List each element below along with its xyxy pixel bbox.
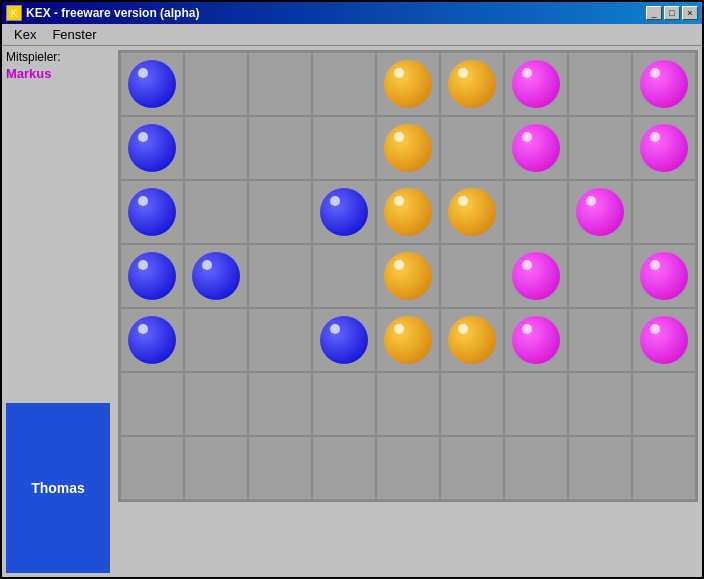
menu-kex[interactable]: Kex (6, 25, 44, 44)
cell-r5-c2[interactable] (184, 308, 248, 372)
ball-magenta-r2-c9[interactable] (640, 124, 688, 172)
ball-blue-r2-c1[interactable] (128, 124, 176, 172)
cell-r6-c5[interactable] (376, 372, 440, 436)
ball-magenta-r5-c7[interactable] (512, 316, 560, 364)
minimize-button[interactable]: _ (646, 6, 662, 20)
cell-r3-c3[interactable] (248, 180, 312, 244)
cell-r3-c1[interactable] (120, 180, 184, 244)
cell-r4-c6[interactable] (440, 244, 504, 308)
ball-magenta-r1-c7[interactable] (512, 60, 560, 108)
ball-orange-r5-c6[interactable] (448, 316, 496, 364)
cell-r2-c4[interactable] (312, 116, 376, 180)
ball-orange-r1-c6[interactable] (448, 60, 496, 108)
cell-r4-c5[interactable] (376, 244, 440, 308)
cell-r2-c1[interactable] (120, 116, 184, 180)
ball-orange-r3-c5[interactable] (384, 188, 432, 236)
ball-magenta-r4-c7[interactable] (512, 252, 560, 300)
cell-r1-c8[interactable] (568, 52, 632, 116)
cell-r4-c2[interactable] (184, 244, 248, 308)
ball-orange-r1-c5[interactable] (384, 60, 432, 108)
cell-r6-c3[interactable] (248, 372, 312, 436)
cell-r5-c9[interactable] (632, 308, 696, 372)
cell-r5-c8[interactable] (568, 308, 632, 372)
cell-r2-c9[interactable] (632, 116, 696, 180)
cell-r3-c6[interactable] (440, 180, 504, 244)
cell-r6-c1[interactable] (120, 372, 184, 436)
cell-r6-c8[interactable] (568, 372, 632, 436)
cell-r4-c8[interactable] (568, 244, 632, 308)
ball-magenta-r2-c7[interactable] (512, 124, 560, 172)
cell-r3-c2[interactable] (184, 180, 248, 244)
cell-r4-c3[interactable] (248, 244, 312, 308)
cell-r2-c3[interactable] (248, 116, 312, 180)
cell-r1-c3[interactable] (248, 52, 312, 116)
cell-r5-c6[interactable] (440, 308, 504, 372)
ball-orange-r3-c6[interactable] (448, 188, 496, 236)
ball-blue-r3-c1[interactable] (128, 188, 176, 236)
maximize-button[interactable]: □ (664, 6, 680, 20)
cell-r1-c9[interactable] (632, 52, 696, 116)
cell-r7-c7[interactable] (504, 436, 568, 500)
grid-area (114, 46, 702, 577)
cell-r7-c3[interactable] (248, 436, 312, 500)
cell-r2-c6[interactable] (440, 116, 504, 180)
ball-blue-r1-c1[interactable] (128, 60, 176, 108)
cell-r1-c1[interactable] (120, 52, 184, 116)
ball-orange-r4-c5[interactable] (384, 252, 432, 300)
cell-r2-c8[interactable] (568, 116, 632, 180)
player-thomas-button[interactable]: Thomas (6, 403, 110, 573)
cell-r5-c7[interactable] (504, 308, 568, 372)
cell-r6-c7[interactable] (504, 372, 568, 436)
cell-r6-c2[interactable] (184, 372, 248, 436)
cell-r2-c2[interactable] (184, 116, 248, 180)
cell-r6-c9[interactable] (632, 372, 696, 436)
cell-r7-c4[interactable] (312, 436, 376, 500)
ball-blue-r5-c1[interactable] (128, 316, 176, 364)
cell-r1-c6[interactable] (440, 52, 504, 116)
cell-r4-c7[interactable] (504, 244, 568, 308)
window-title: KEX - freeware version (alpha) (26, 6, 199, 20)
cell-r6-c4[interactable] (312, 372, 376, 436)
ball-blue-r4-c2[interactable] (192, 252, 240, 300)
cell-r2-c7[interactable] (504, 116, 568, 180)
cell-r3-c9[interactable] (632, 180, 696, 244)
cell-r7-c5[interactable] (376, 436, 440, 500)
ball-blue-r3-c4[interactable] (320, 188, 368, 236)
cell-r1-c2[interactable] (184, 52, 248, 116)
cell-r7-c1[interactable] (120, 436, 184, 500)
menu-fenster[interactable]: Fenster (44, 25, 104, 44)
ball-magenta-r1-c9[interactable] (640, 60, 688, 108)
ball-magenta-r4-c9[interactable] (640, 252, 688, 300)
cell-r5-c4[interactable] (312, 308, 376, 372)
cell-r2-c5[interactable] (376, 116, 440, 180)
cell-r3-c4[interactable] (312, 180, 376, 244)
cell-r1-c7[interactable] (504, 52, 568, 116)
ball-blue-r4-c1[interactable] (128, 252, 176, 300)
opponent-name: Markus (6, 66, 110, 81)
ball-orange-r5-c5[interactable] (384, 316, 432, 364)
ball-magenta-r3-c8[interactable] (576, 188, 624, 236)
cell-r7-c2[interactable] (184, 436, 248, 500)
cell-r5-c5[interactable] (376, 308, 440, 372)
ball-blue-r5-c4[interactable] (320, 316, 368, 364)
cell-r4-c4[interactable] (312, 244, 376, 308)
cell-r7-c6[interactable] (440, 436, 504, 500)
ball-magenta-r5-c9[interactable] (640, 316, 688, 364)
cell-r4-c1[interactable] (120, 244, 184, 308)
main-window: K KEX - freeware version (alpha) _ □ × K… (0, 0, 704, 579)
app-icon: K (6, 5, 22, 21)
close-button[interactable]: × (682, 6, 698, 20)
cell-r4-c9[interactable] (632, 244, 696, 308)
cell-r3-c7[interactable] (504, 180, 568, 244)
cell-r7-c8[interactable] (568, 436, 632, 500)
cell-r3-c5[interactable] (376, 180, 440, 244)
cell-r3-c8[interactable] (568, 180, 632, 244)
cell-r5-c3[interactable] (248, 308, 312, 372)
cell-r5-c1[interactable] (120, 308, 184, 372)
cell-r1-c5[interactable] (376, 52, 440, 116)
menu-bar: Kex Fenster (2, 24, 702, 46)
cell-r7-c9[interactable] (632, 436, 696, 500)
cell-r1-c4[interactable] (312, 52, 376, 116)
ball-orange-r2-c5[interactable] (384, 124, 432, 172)
cell-r6-c6[interactable] (440, 372, 504, 436)
